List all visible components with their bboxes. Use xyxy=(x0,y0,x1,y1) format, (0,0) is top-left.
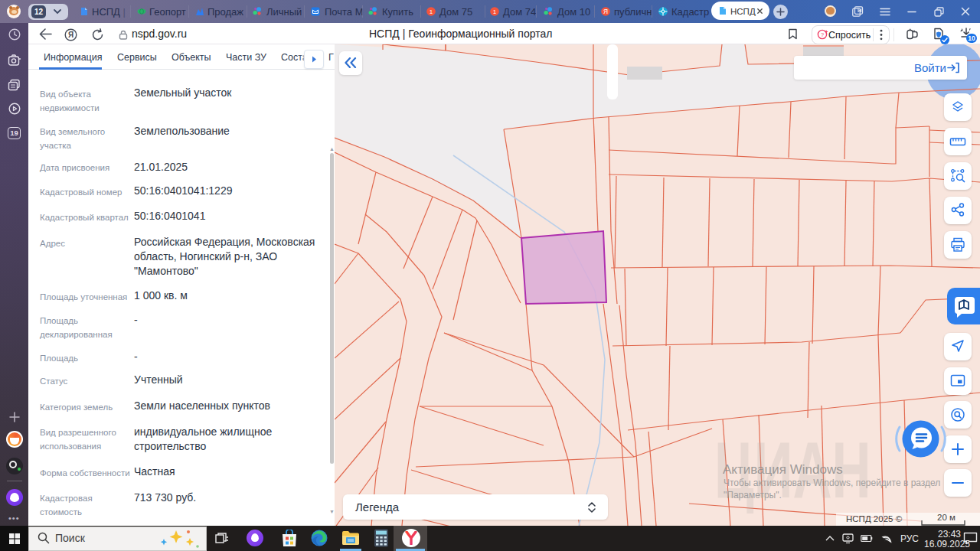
svg-text:?: ? xyxy=(821,31,824,38)
svg-text:1: 1 xyxy=(493,8,497,15)
svg-text:Я: Я xyxy=(603,8,608,15)
svg-text:1: 1 xyxy=(430,8,433,15)
svg-text:Я: Я xyxy=(68,31,74,39)
